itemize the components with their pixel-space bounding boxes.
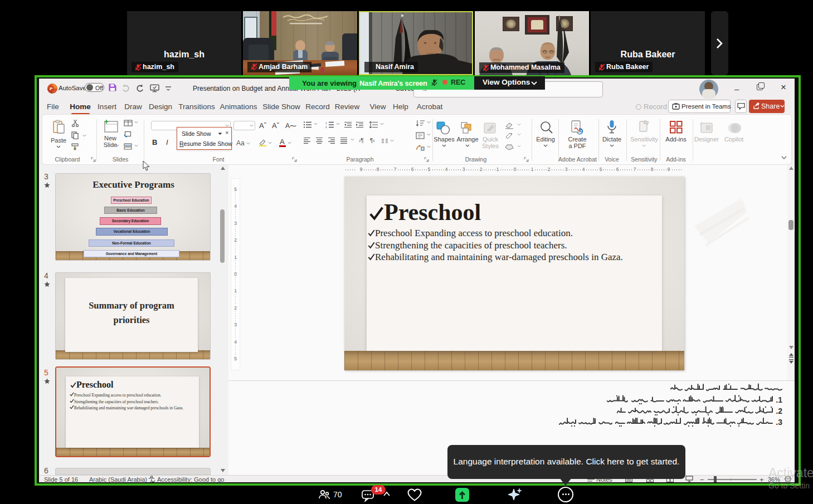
svg-text:.3: .3 [776,418,782,427]
svg-text:1: 1 [325,121,327,125]
svg-text:P: P [50,86,53,91]
svg-text:.1: .1 [776,395,782,404]
svg-text:2: 2 [325,125,327,129]
svg-text:.2: .2 [776,407,782,415]
